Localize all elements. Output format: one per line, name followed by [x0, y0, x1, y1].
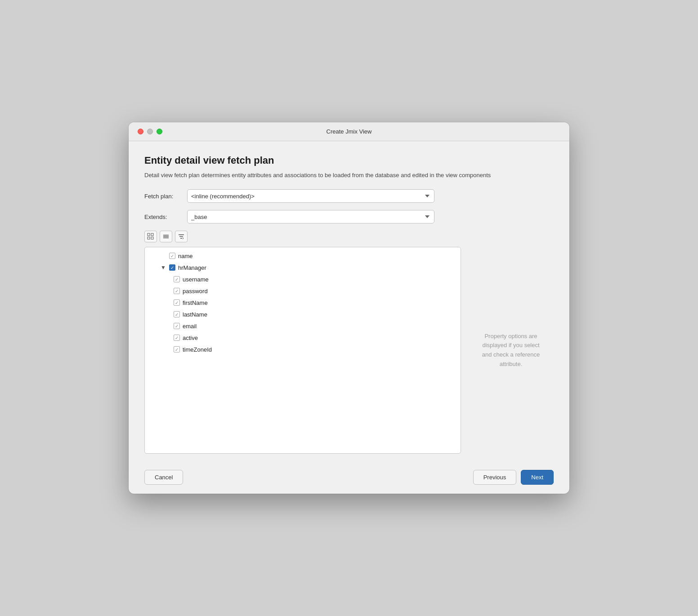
tree-item[interactable]: email [147, 320, 459, 332]
tree-item[interactable]: lastName [147, 308, 459, 320]
checkbox-username[interactable] [174, 276, 180, 282]
tree-item-label: email [183, 323, 197, 330]
window-title: Create Jmix View [327, 128, 372, 135]
checkbox-firstname[interactable] [174, 299, 180, 306]
expand-all-icon [147, 233, 154, 240]
extends-row: Extends: _base _local _minimal [144, 210, 554, 223]
footer-left: Cancel [144, 470, 183, 485]
previous-button[interactable]: Previous [473, 470, 517, 485]
filter-icon [178, 233, 185, 240]
property-panel: Property options are displayed if you se… [468, 247, 554, 454]
footer-right: Previous Next [473, 470, 554, 485]
checkbox-name[interactable] [169, 253, 175, 259]
tree-item[interactable]: active [147, 332, 459, 344]
checkbox-lastname[interactable] [174, 311, 180, 317]
collapse-arrow-icon[interactable]: ▼ [160, 264, 166, 271]
close-button[interactable] [138, 129, 143, 134]
svg-rect-1 [151, 233, 153, 236]
traffic-lights [138, 129, 162, 134]
tree-item-label: timeZoneId [183, 346, 212, 353]
maximize-button[interactable] [157, 129, 162, 134]
tree-item[interactable]: firstName [147, 297, 459, 308]
tree-item[interactable]: name [147, 250, 459, 262]
checkbox-email[interactable] [174, 323, 180, 329]
collapse-all-icon [162, 233, 170, 240]
minimize-button[interactable] [147, 129, 153, 134]
tree-toolbar [144, 231, 554, 242]
page-title: Entity detail view fetch plan [144, 155, 554, 166]
tree-item[interactable]: username [147, 273, 459, 285]
checkbox-active[interactable] [174, 335, 180, 341]
tree-panel[interactable]: name ▼ hrManager username [144, 247, 461, 454]
tree-item[interactable]: ▼ hrManager [147, 262, 459, 273]
tree-item-label: name [178, 253, 193, 259]
dialog-window: Create Jmix View Entity detail view fetc… [129, 122, 569, 494]
tree-item-label: active [183, 335, 198, 341]
filter-button[interactable] [175, 231, 188, 242]
expand-all-button[interactable] [144, 231, 157, 242]
checkbox-hrmanager[interactable] [169, 264, 175, 271]
tree-item[interactable]: timeZoneId [147, 344, 459, 355]
fetch-plan-label: Fetch plan: [144, 193, 187, 200]
tree-panel-wrapper: name ▼ hrManager username [144, 247, 554, 454]
tree-item-label: password [183, 288, 208, 295]
svg-rect-3 [151, 237, 153, 239]
dialog-footer: Cancel Previous Next [129, 463, 569, 494]
extends-select[interactable]: _base _local _minimal [187, 210, 434, 223]
dialog-content: Entity detail view fetch plan Detail vie… [129, 141, 569, 463]
title-bar: Create Jmix View [129, 122, 569, 141]
tree-item-label: firstName [183, 299, 208, 306]
collapse-all-button[interactable] [160, 231, 172, 242]
svg-rect-2 [148, 237, 150, 239]
extends-label: Extends: [144, 214, 187, 220]
fetch-plan-select[interactable]: <inline (recommended)> _base _local _min… [187, 189, 434, 203]
cancel-button[interactable]: Cancel [144, 470, 183, 485]
checkbox-password[interactable] [174, 288, 180, 294]
tree-item[interactable]: password [147, 285, 459, 297]
checkbox-timezoneid[interactable] [174, 346, 180, 353]
property-hint: Property options are displayed if you se… [477, 332, 545, 369]
tree-item-label: username [183, 276, 209, 283]
tree-item-label: hrManager [178, 264, 206, 271]
svg-rect-0 [148, 233, 150, 236]
fetch-plan-row: Fetch plan: <inline (recommended)> _base… [144, 189, 554, 203]
next-button[interactable]: Next [521, 470, 554, 485]
page-description: Detail view fetch plan determines entity… [144, 171, 554, 180]
tree-item-label: lastName [183, 311, 207, 318]
